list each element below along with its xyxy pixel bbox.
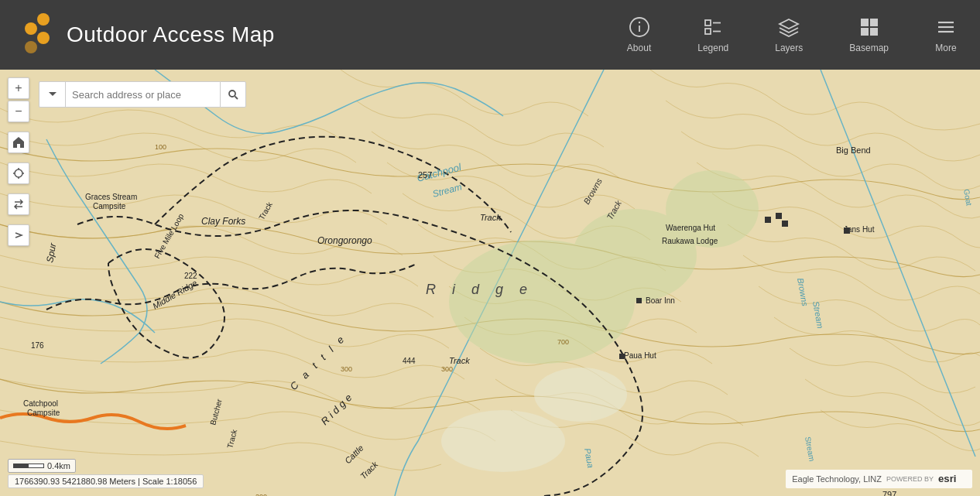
svg-text:Clay Forks: Clay Forks: [201, 216, 245, 227]
basemap-label: Basemap: [849, 43, 889, 53]
svg-text:797: 797: [882, 490, 896, 496]
svg-point-0: [37, 13, 50, 26]
layers-label: Layers: [775, 43, 803, 53]
svg-text:Raukawa Lodge: Raukawa Lodge: [662, 237, 718, 245]
svg-text:300: 300: [441, 365, 453, 373]
svg-rect-14: [861, 28, 869, 36]
app-header: Outdoor Access Map About Legend: [0, 0, 980, 70]
svg-text:176: 176: [31, 341, 44, 350]
svg-point-1: [25, 22, 37, 35]
svg-text:Catchpool: Catchpool: [23, 399, 58, 408]
basemap-button[interactable]: Basemap: [826, 0, 912, 70]
more-label: More: [935, 43, 956, 53]
svg-text:esri: esri: [938, 473, 956, 484]
svg-point-23: [441, 410, 565, 472]
svg-text:Paua Hut: Paua Hut: [624, 351, 656, 360]
app-title: Outdoor Access Map: [67, 22, 275, 47]
about-label: About: [627, 43, 651, 53]
attribution-text: Eagle Technology, LINZ: [792, 474, 882, 484]
next-button[interactable]: [8, 224, 29, 246]
map-controls: + −: [8, 77, 29, 246]
svg-marker-11: [780, 19, 798, 29]
swap-button[interactable]: [8, 193, 29, 215]
scale-label: 0.4km: [47, 461, 70, 470]
svg-rect-68: [619, 354, 625, 359]
svg-marker-81: [49, 92, 57, 96]
svg-text:300: 300: [341, 365, 352, 373]
attribution-bar: Eagle Technology, LINZ POWERED BY esri: [786, 470, 972, 488]
svg-point-6: [638, 22, 639, 23]
svg-text:Graces Stream: Graces Stream: [85, 193, 137, 201]
svg-text:200: 200: [255, 493, 267, 496]
svg-rect-65: [782, 221, 788, 227]
svg-text:Campsite: Campsite: [27, 409, 60, 417]
map-canvas[interactable]: Catchpool Stream Browns Track Browns Str…: [0, 70, 980, 496]
svg-rect-66: [844, 227, 850, 234]
app-logo: [15, 12, 56, 58]
svg-text:100: 100: [155, 143, 166, 151]
svg-text:444: 444: [403, 357, 416, 365]
svg-rect-12: [861, 19, 869, 26]
svg-text:700: 700: [557, 338, 569, 346]
svg-text:257: 257: [418, 170, 432, 180]
powered-by-label: POWERED BY: [886, 475, 934, 483]
coordinates-text: 1766390.93 5421880.98 Meters | Scale 1:1…: [15, 477, 197, 486]
svg-point-2: [37, 32, 50, 44]
layers-button[interactable]: Layers: [752, 0, 826, 70]
svg-text:Boar Inn: Boar Inn: [646, 296, 675, 305]
svg-text:Track: Track: [449, 356, 470, 365]
svg-point-82: [229, 91, 235, 97]
svg-text:Orongorongo: Orongorongo: [317, 235, 372, 246]
home-button[interactable]: [8, 132, 29, 153]
svg-rect-9: [705, 29, 711, 34]
locate-button[interactable]: [8, 162, 29, 184]
svg-line-83: [235, 97, 238, 100]
legend-label: Legend: [697, 43, 728, 53]
svg-text:R i d g e: R i d g e: [426, 282, 533, 297]
about-button[interactable]: About: [604, 0, 674, 70]
svg-rect-13: [870, 19, 878, 26]
more-button[interactable]: More: [912, 0, 980, 70]
svg-point-76: [15, 169, 22, 177]
main-nav: About Legend Layers: [604, 0, 980, 70]
svg-text:222: 222: [184, 272, 197, 280]
coordinates-bar: 1766390.93 5421880.98 Meters | Scale 1:1…: [8, 474, 204, 488]
svg-rect-64: [776, 213, 782, 219]
logo-area: Outdoor Access Map: [0, 12, 290, 58]
svg-text:Big Bend: Big Bend: [836, 145, 871, 155]
search-bar: [39, 81, 246, 108]
svg-point-22: [666, 170, 759, 248]
zoom-in-button[interactable]: +: [8, 77, 29, 99]
svg-rect-7: [705, 20, 711, 26]
esri-logo: esri: [938, 472, 966, 486]
svg-rect-15: [870, 28, 878, 36]
search-input[interactable]: [65, 81, 220, 108]
search-submit-button[interactable]: [220, 81, 246, 108]
map-container[interactable]: Catchpool Stream Browns Track Browns Str…: [0, 70, 980, 496]
svg-point-24: [534, 368, 627, 422]
svg-text:Campsite: Campsite: [93, 202, 126, 210]
legend-button[interactable]: Legend: [674, 0, 752, 70]
svg-rect-63: [765, 217, 771, 223]
search-dropdown-button[interactable]: [39, 81, 65, 108]
svg-text:Waerenga Hut: Waerenga Hut: [666, 224, 715, 232]
zoom-out-button[interactable]: −: [8, 101, 29, 122]
scale-bar: 0.4km: [8, 459, 76, 473]
svg-rect-67: [636, 298, 642, 303]
svg-point-3: [25, 41, 37, 53]
svg-text:Track: Track: [480, 213, 501, 222]
